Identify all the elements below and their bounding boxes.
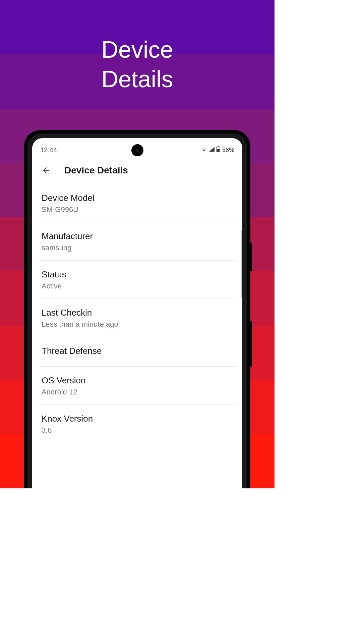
detail-value: Android 12: [42, 388, 233, 396]
detail-row-device-model[interactable]: Device Model SM-G996U: [39, 184, 236, 222]
detail-row-os-version[interactable]: OS Version Android 12: [39, 367, 236, 405]
svg-rect-2: [217, 149, 220, 152]
battery-percent: 58%: [222, 147, 234, 154]
detail-row-status[interactable]: Status Active: [39, 261, 236, 299]
detail-value: samsung: [42, 244, 233, 252]
detail-row-threat-defense[interactable]: Threat Defense: [39, 337, 236, 367]
back-button[interactable]: [42, 166, 51, 175]
details-list[interactable]: Device Model SM-G996U Manufacturer samsu…: [32, 184, 242, 443]
detail-label: Knox Version: [42, 414, 233, 424]
detail-value: Active: [42, 282, 233, 290]
detail-value: 3.8: [42, 426, 233, 435]
phone-screen: 12:44: [32, 138, 242, 488]
detail-label: Status: [42, 269, 233, 280]
status-icons: 58%: [201, 146, 234, 154]
app-header: Device Details: [32, 158, 242, 184]
wifi-icon: [201, 147, 207, 153]
phone-side-button: [250, 321, 252, 367]
signal-icon: [209, 147, 215, 153]
detail-row-manufacturer[interactable]: Manufacturer samsung: [39, 222, 236, 261]
phone-bezel: 12:44: [27, 133, 247, 488]
detail-row-knox-version[interactable]: Knox Version 3.8: [39, 405, 236, 443]
page-title: Device Details: [0, 35, 275, 94]
detail-label: Last Checkin: [42, 308, 233, 318]
scrollbar[interactable]: [241, 230, 242, 298]
detail-label: Manufacturer: [42, 231, 233, 241]
phone-frame: 12:44: [24, 130, 250, 488]
header-title: Device Details: [64, 165, 128, 176]
battery-icon: [216, 146, 220, 154]
detail-label: Threat Defense: [42, 346, 233, 356]
detail-label: Device Model: [42, 193, 233, 203]
phone-side-button: [250, 243, 252, 271]
detail-label: OS Version: [42, 375, 233, 386]
status-time: 12:44: [40, 146, 57, 154]
detail-row-last-checkin[interactable]: Last Checkin Less than a minute ago: [39, 299, 236, 337]
camera-notch: [131, 144, 143, 156]
title-line-1: Device: [102, 37, 173, 63]
detail-value: Less than a minute ago: [42, 320, 233, 329]
title-line-2: Details: [102, 66, 173, 92]
detail-value: SM-G996U: [42, 205, 233, 214]
